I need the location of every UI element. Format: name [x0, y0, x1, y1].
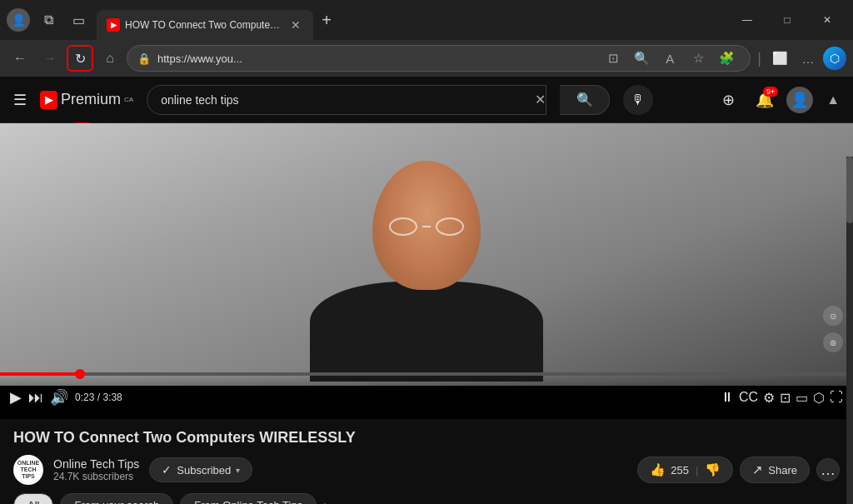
glass-bridge	[422, 226, 431, 227]
more-tools-icon[interactable]: …	[795, 45, 821, 72]
address-bar-tools: ⊡ 🔍 A ☆ 🧩	[600, 45, 740, 72]
like-button[interactable]: 👍 255 | 👎	[637, 457, 733, 483]
settings-button[interactable]: ⚙	[763, 390, 775, 406]
home-button[interactable]: ⌂	[97, 45, 123, 72]
chip-from-search[interactable]: From your search	[60, 493, 173, 504]
theater-button[interactable]: ▭	[796, 390, 808, 406]
notifications-button[interactable]: 🔔 9+	[750, 85, 780, 115]
cast-button[interactable]: ⬡	[813, 390, 825, 406]
forward-button[interactable]: →	[37, 45, 63, 72]
person-body	[310, 282, 543, 382]
youtube-logo[interactable]: ▶ PremiumCA	[40, 91, 133, 109]
play-button[interactable]: ▶	[10, 388, 22, 407]
minimize-button[interactable]: —	[728, 5, 766, 35]
youtube-header: ☰ ▶ PremiumCA online tech tips ✕ 🔍 🎙 ⊕ 🔔…	[0, 77, 853, 123]
search-icon[interactable]: 🔍	[628, 45, 655, 72]
extensions-icon[interactable]: 🧩	[713, 45, 740, 72]
volume-button[interactable]: 🔊	[50, 388, 68, 407]
window-controls: — □ ✕	[728, 5, 846, 35]
window-controls-left: 👤 ⧉ ▭	[7, 8, 90, 32]
share-label: Share	[768, 464, 797, 477]
glasses	[389, 217, 464, 236]
channel-logo[interactable]: ONLINETECHTIPS	[13, 455, 43, 485]
channel-info: Online Tech Tips 24.7K subscribers	[53, 457, 139, 482]
share-button[interactable]: ↗ Share	[740, 457, 810, 483]
video-time: 0:23 / 3:38	[75, 392, 122, 403]
chips-next-arrow[interactable]: ›	[323, 498, 327, 505]
overlay-icon-1[interactable]: ⊙	[823, 306, 843, 326]
notification-count: 9+	[763, 87, 778, 97]
reading-view-icon[interactable]: A	[656, 45, 683, 72]
search-clear-icon[interactable]: ✕	[535, 92, 546, 107]
action-buttons: 👍 255 | 👎 ↗ Share …	[637, 457, 840, 483]
header-actions: ⊕ 🔔 9+ 👤	[713, 85, 813, 115]
subscribe-dropdown-icon: ▾	[236, 466, 240, 475]
split-view-icon[interactable]: ⊡	[600, 45, 626, 72]
youtube-logo-icon: ▶	[40, 91, 57, 109]
chip-all[interactable]: All	[13, 493, 53, 504]
scrollbar[interactable]	[846, 157, 853, 504]
voice-search-button[interactable]: 🎙	[623, 85, 653, 115]
youtube-logo-badge: CA	[124, 96, 133, 103]
toolbar-right: | ⬜ … ⬡	[754, 45, 846, 72]
tab-bar: ▶ HOW TO Connect Two Computers WIRELESSL…	[97, 0, 725, 40]
subscriber-count: 24.7K subscribers	[53, 471, 139, 482]
left-glass	[389, 217, 417, 236]
subscribe-button[interactable]: ✓ Subscribed ▾	[149, 457, 252, 482]
subscribed-check-icon: ✓	[162, 463, 172, 477]
chips-row: All From your search From Online Tech Ti…	[0, 485, 853, 504]
video-title: HOW TO Connect Two Computers WIRELESSLY	[13, 429, 840, 447]
cc-button[interactable]: CC	[739, 390, 758, 405]
video-right-controls: ⏸ CC ⚙ ⊡ ▭ ⬡ ⛶	[721, 390, 843, 406]
main-content: ☰ ▶ PremiumCA online tech tips ✕ 🔍 🎙 ⊕ 🔔…	[0, 77, 853, 504]
next-button[interactable]: ⏭	[28, 389, 43, 407]
fullscreen-button[interactable]: ⛶	[830, 390, 843, 405]
subscribed-label: Subscribed	[177, 464, 231, 477]
youtube-search-bar[interactable]: online tech tips ✕	[147, 85, 546, 115]
right-glass	[436, 217, 464, 236]
new-tab-button[interactable]: +	[313, 7, 340, 33]
url-text: https://www.you...	[157, 52, 593, 65]
chip-from-channel[interactable]: From Online Tech Tips	[180, 493, 317, 504]
favorites-icon[interactable]: ☆	[685, 45, 711, 72]
edge-copilot-icon[interactable]: ⬡	[823, 47, 846, 70]
tab-close-button[interactable]: ✕	[288, 17, 303, 32]
active-tab[interactable]: ▶ HOW TO Connect Two Computers WIRELESSL…	[97, 10, 313, 40]
tab-title: HOW TO Connect Two Computers WIRELESSLY	[125, 19, 283, 31]
title-bar: 👤 ⧉ ▭ ▶ HOW TO Connect Two Computers WIR…	[0, 0, 853, 40]
refresh-button[interactable]: ↻	[67, 45, 93, 72]
share-icon: ↗	[752, 462, 763, 477]
video-overlay-icons: ⊙ ⊚	[823, 306, 843, 352]
sidebar-toggle-icon[interactable]: ▭	[67, 8, 90, 32]
scrollbar-thumb[interactable]	[846, 157, 853, 223]
close-window-button[interactable]: ✕	[808, 5, 846, 35]
overlay-icon-2[interactable]: ⊚	[823, 332, 843, 352]
below-video: HOW TO Connect Two Computers WIRELESSLY …	[0, 419, 853, 485]
like-icon: 👍	[650, 462, 666, 477]
address-bar: ← → ↻ ⌂ 🔒 https://www.you... ⊡ 🔍 A ☆ 🧩 |…	[0, 40, 853, 77]
address-field[interactable]: 🔒 https://www.you... ⊡ 🔍 A ☆ 🧩	[127, 45, 751, 72]
person-figure	[310, 161, 543, 382]
create-button[interactable]: ⊕	[713, 85, 743, 115]
pause-button[interactable]: ⏸	[721, 390, 734, 405]
like-count: 255	[671, 464, 689, 477]
maximize-button[interactable]: □	[768, 5, 806, 35]
tab-grid-icon[interactable]: ⧉	[37, 8, 60, 32]
channel-name: Online Tech Tips	[53, 457, 139, 471]
lock-icon: 🔒	[137, 52, 151, 65]
tab-favicon: ▶	[107, 18, 120, 32]
search-query-text: online tech tips	[161, 93, 535, 107]
youtube-logo-text: Premium	[61, 91, 121, 108]
hamburger-menu[interactable]: ☰	[13, 91, 27, 109]
back-button[interactable]: ←	[7, 45, 33, 72]
split-screen-icon[interactable]: ⬜	[766, 45, 793, 72]
person-head	[372, 161, 481, 290]
more-actions-button[interactable]: …	[816, 458, 840, 482]
profile-icon[interactable]: 👤	[7, 8, 30, 32]
video-player[interactable]: ⊙ ⊚ ▶ ⏭ 🔊 0:23 / 3:38 ⏸ CC ⚙ ⊡ ▭ ⬡ ⛶	[0, 123, 853, 419]
user-avatar[interactable]: 👤	[786, 87, 813, 113]
miniplayer-button[interactable]: ⊡	[780, 390, 791, 406]
search-submit-button[interactable]: 🔍	[560, 85, 610, 115]
scroll-up-button[interactable]: ▲	[826, 92, 840, 107]
video-controls: ▶ ⏭ 🔊 0:23 / 3:38 ⏸ CC ⚙ ⊡ ▭ ⬡ ⛶	[0, 376, 853, 419]
